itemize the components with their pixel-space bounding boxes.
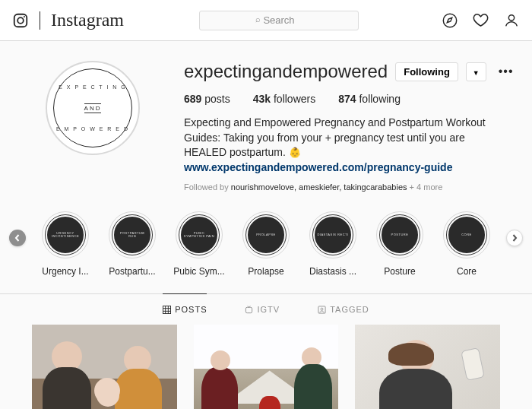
post-thumbnail[interactable] (194, 325, 339, 409)
svg-point-3 (443, 14, 456, 27)
username: expectingandempowered (184, 61, 388, 82)
profile-tabs: POSTS IGTV TAGGED (0, 293, 532, 325)
highlight-cover: Diastasis Recti (313, 215, 353, 255)
chevron-down-icon: ▼ (473, 69, 480, 77)
username-row: expectingandempowered Following ▼ ••• (184, 61, 494, 82)
svg-rect-6 (163, 306, 171, 313)
highlight-label: Prolapse (248, 266, 283, 277)
following-stat[interactable]: 874 following (338, 93, 401, 105)
profile-icon[interactable] (503, 12, 520, 29)
highlight-ring: Posture (376, 211, 423, 258)
profile-info: expectingandempowered Following ▼ ••• 68… (184, 61, 494, 192)
svg-marker-4 (447, 17, 451, 22)
bio-text: Expecting and Empowered Pregnancy and Po… (184, 116, 486, 158)
profile-avatar[interactable]: E X P E C T I N G AND E M P O W E R E D (46, 61, 140, 155)
highlights-section: Urgency IncontinenceUrgency I...Postpart… (0, 205, 532, 293)
story-highlight[interactable]: Urgency IncontinenceUrgency I... (35, 211, 96, 277)
logo-divider (40, 11, 40, 30)
avatar-column: E X P E C T I N G AND E M P O W E R E D (38, 61, 147, 192)
highlight-ring: Diastasis Recti (309, 211, 356, 258)
highlight-ring: Prolapse (242, 211, 290, 258)
svg-rect-7 (246, 307, 252, 312)
highlight-ring: Pubic Symphysis Pain (176, 211, 223, 258)
svg-point-2 (24, 16, 25, 17)
svg-point-5 (508, 14, 514, 20)
nav-icons (442, 11, 520, 29)
search-input[interactable] (199, 11, 359, 30)
story-highlight[interactable]: PosturePosture (369, 211, 430, 277)
highlight-label: Posture (384, 266, 415, 277)
tab-label: IGTV (257, 305, 280, 314)
tab-label: TAGGED (330, 305, 369, 314)
stats-row: 689 posts 43k followers 874 following (184, 93, 494, 105)
tab-posts[interactable]: POSTS (163, 293, 207, 325)
tab-tagged[interactable]: TAGGED (318, 293, 369, 325)
following-button[interactable]: Following (395, 62, 458, 81)
highlight-ring: Core (443, 211, 490, 258)
post-thumbnail[interactable] (32, 325, 177, 409)
svg-rect-8 (318, 306, 325, 313)
profile-header: E X P E C T I N G AND E M P O W E R E D … (0, 41, 532, 205)
tab-label: POSTS (175, 305, 207, 314)
story-highlight[interactable]: Pubic Symphysis PainPubic Sym... (169, 211, 230, 277)
highlight-label: Core (457, 266, 477, 277)
tab-igtv[interactable]: IGTV (245, 293, 280, 325)
highlight-cover: Pubic Symphysis Pain (179, 215, 219, 255)
highlight-ring: Urgency Incontinence (42, 211, 89, 258)
highlight-label: Pubic Sym... (173, 266, 224, 277)
highlights-next-button[interactable] (506, 230, 523, 246)
highlight-cover: Urgency Incontinence (46, 215, 85, 255)
highlight-label: Diastasis ... (309, 266, 356, 277)
highlight-ring: Postpartum Run (109, 211, 156, 258)
explore-icon[interactable] (442, 12, 458, 29)
svg-point-9 (321, 308, 323, 310)
svg-point-1 (17, 17, 24, 24)
highlight-cover: Core (447, 215, 486, 255)
activity-heart-icon[interactable] (472, 11, 489, 29)
story-highlight[interactable]: Postpartum RunPostpartu... (102, 211, 163, 277)
top-nav: Instagram ⌕ (0, 0, 532, 41)
highlight-cover: Postpartum Run (112, 215, 152, 255)
story-highlight[interactable]: CoreCore (436, 211, 497, 277)
followed-by[interactable]: Followed by nourishmovelove, ameskiefer,… (184, 182, 494, 192)
post-thumbnail[interactable] (355, 325, 500, 409)
bio: Expecting and Empowered Pregnancy and Po… (184, 116, 494, 175)
posts-stat[interactable]: 689 posts (184, 93, 230, 105)
story-highlight[interactable]: ProlapseProlapse (236, 211, 296, 277)
more-options-button[interactable]: ••• (494, 65, 518, 78)
posts-grid (0, 325, 532, 409)
highlights-prev-button[interactable] (9, 230, 26, 246)
search-wrap: ⌕ (199, 11, 359, 30)
avatar-text: E X P E C T I N G (59, 84, 127, 90)
story-highlight[interactable]: Diastasis RectiDiastasis ... (302, 211, 363, 277)
followers-stat[interactable]: 43k followers (253, 93, 316, 105)
baby-emoji-icon: 👶 (289, 147, 301, 158)
avatar-text: E M P O W E R E D (56, 126, 129, 132)
highlight-cover: Posture (380, 215, 420, 255)
suggested-dropdown-button[interactable]: ▼ (466, 62, 486, 81)
avatar-text: AND (84, 103, 102, 113)
highlight-label: Urgency I... (42, 266, 88, 277)
instagram-glyph-icon[interactable] (12, 12, 29, 29)
svg-rect-0 (14, 14, 27, 27)
highlight-cover: Prolapse (246, 215, 286, 255)
highlight-label: Postpartu... (109, 266, 155, 277)
instagram-wordmark[interactable]: Instagram (51, 10, 124, 30)
bio-link[interactable]: www.expectingandempowered.com/pregnancy-… (184, 161, 452, 173)
